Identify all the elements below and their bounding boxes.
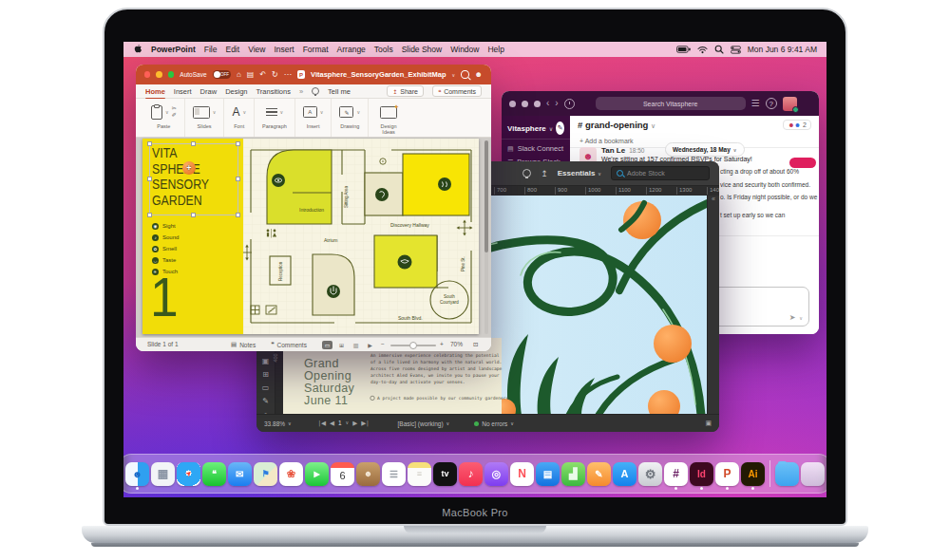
zoom-percent[interactable]: 70% — [450, 341, 463, 347]
room-sight[interactable] — [267, 150, 332, 224]
ribbon-group-drawing[interactable]: ✎∨ Drawing — [332, 99, 369, 137]
adobe-stock-search[interactable]: Adobe Stock — [611, 166, 710, 180]
discover-icon[interactable] — [522, 169, 531, 177]
autosave-toggle[interactable]: OFF — [213, 70, 231, 79]
slideshow-button[interactable]: ▶ — [365, 341, 375, 349]
dock-pages[interactable]: ✎ — [587, 462, 611, 486]
tab-home[interactable]: Home — [145, 87, 165, 96]
forward-icon[interactable]: › — [555, 99, 558, 108]
dock-tv[interactable]: tv — [433, 462, 457, 486]
orange-shape-with-move-cursor[interactable]: + — [182, 161, 196, 175]
tab-insert[interactable]: Insert — [174, 87, 192, 96]
zoom-slider-thumb[interactable] — [409, 342, 417, 349]
sidebar-item-slack-connect[interactable]: ▤Slack Connect — [502, 140, 570, 153]
send-options-icon[interactable]: ∨ — [799, 315, 803, 321]
dock-notes[interactable]: ≡ — [408, 462, 431, 486]
share-avatar-icon[interactable]: ☻ — [475, 71, 483, 79]
menu-arrange[interactable]: Arrange — [337, 45, 366, 54]
dock-trash[interactable] — [801, 462, 825, 486]
cut-icon[interactable]: ✂ — [172, 105, 177, 112]
tab-draw[interactable]: Draw — [200, 87, 218, 96]
undo-icon[interactable]: ↶ — [259, 71, 266, 79]
tab-transitions[interactable]: Transitions — [256, 87, 290, 96]
dock-contacts[interactable]: ☻ — [356, 462, 380, 486]
zoom-button[interactable] — [168, 71, 174, 78]
menu-view[interactable]: View — [248, 45, 265, 54]
dock-maps[interactable]: ⚑ — [254, 462, 277, 486]
notification-pill[interactable] — [789, 158, 816, 168]
slide-title-text[interactable]: VITA SPHERE SENSORY GARDEN — [152, 145, 209, 208]
dock-indesign[interactable]: Id — [690, 462, 713, 486]
dock-launchpad[interactable]: ▦ — [151, 462, 175, 486]
slide-sorter-button[interactable]: ⊞ — [336, 341, 347, 349]
send-icon[interactable]: ➤ — [789, 313, 796, 322]
dock-downloads-folder[interactable] — [775, 462, 799, 486]
channel-name[interactable]: # grand-opening ∨ — [578, 120, 656, 130]
normal-view-button[interactable]: ▭ — [322, 341, 332, 349]
menu-edit[interactable]: Edit — [225, 45, 239, 54]
workspace-switcher[interactable]: Essentials∨ — [558, 169, 601, 177]
ribbon-group-design-ideas[interactable]: Design Ideas — [369, 99, 408, 137]
date-divider-pill[interactable]: Wednesday, 18 May∨ — [665, 142, 745, 157]
share-button[interactable]: ↥Share — [387, 85, 424, 97]
zoom-out-button[interactable]: − — [381, 341, 385, 347]
menu-clock[interactable]: Mon Jun 6 9:41 AM — [748, 45, 817, 54]
dock-slack[interactable]: # — [664, 462, 688, 486]
user-avatar[interactable] — [783, 97, 797, 111]
dock-safari[interactable]: ➤ — [177, 462, 200, 486]
dock-photos[interactable]: ❀ — [279, 462, 303, 486]
compose-icon[interactable]: ✎ — [556, 121, 564, 135]
dock-illustrator[interactable]: Ai — [741, 462, 765, 486]
zoom-slider[interactable] — [390, 345, 436, 346]
tell-me[interactable]: Tell me — [328, 87, 351, 96]
comments-button[interactable]: ❝Comments — [271, 341, 307, 348]
menu-app-name[interactable]: PowerPoint — [151, 45, 196, 54]
workspace-name[interactable]: Vitasphere — [507, 124, 546, 133]
zoom-in-button[interactable]: + — [440, 341, 444, 347]
filter-icon[interactable]: ☰ — [751, 99, 760, 108]
dock-keynote[interactable]: ▤ — [536, 462, 560, 486]
menu-insert[interactable]: Insert — [274, 45, 294, 54]
save-icon[interactable]: ▤ — [247, 71, 255, 79]
redo-icon[interactable]: ↻ — [272, 71, 278, 79]
wifi-icon[interactable] — [697, 46, 708, 54]
document-title[interactable]: Vitasphere_SensoryGarden_ExhibitMap — [311, 70, 446, 79]
dock-settings[interactable]: ⚙ — [638, 462, 662, 486]
back-icon[interactable]: ‹ — [546, 99, 549, 108]
message-author[interactable]: Tan Le18:50 — [601, 146, 644, 155]
dock-podcasts[interactable]: ◎ — [484, 462, 508, 486]
minimize-button[interactable] — [522, 101, 528, 107]
artboard-toggle-icon[interactable]: ▣ — [705, 420, 712, 427]
slide-canvas[interactable]: VITA SPHERE SENSORY GARDEN + ◉Sight ♪Sou… — [142, 139, 479, 334]
format-painter-icon[interactable]: ✐ — [172, 112, 177, 119]
share-icon[interactable]: ↥ — [541, 169, 548, 178]
panel-dock[interactable]: « — [707, 196, 719, 415]
help-icon[interactable]: ? — [766, 98, 777, 109]
zoom-level[interactable]: 33.88%∨ — [264, 420, 292, 427]
dock-news[interactable]: N — [510, 462, 534, 486]
scrollbar-thumb[interactable] — [484, 140, 488, 252]
powerpoint-window[interactable]: AutoSave OFF ⌂ ▤ ↶ ↻ ⋯ P Vitasphere_Sens… — [136, 65, 491, 351]
dock-appstore[interactable]: A — [613, 462, 636, 486]
apple-menu-icon[interactable] — [133, 44, 142, 55]
add-bookmark-button[interactable]: + Add a bookmark — [580, 138, 634, 144]
tab-design[interactable]: Design — [225, 87, 247, 96]
menu-help[interactable]: Help — [487, 45, 504, 54]
dock-music[interactable]: ♪ — [459, 462, 483, 486]
dock-calendar[interactable]: 6 — [331, 462, 354, 486]
dock-facetime[interactable]: ▶ — [305, 462, 329, 486]
home-icon[interactable]: ⌂ — [237, 71, 241, 79]
more-icon[interactable]: ⋯ — [284, 71, 292, 79]
menu-file[interactable]: File — [204, 45, 218, 54]
close-button[interactable] — [509, 101, 516, 107]
search-icon[interactable] — [461, 70, 468, 79]
ribbon-group-slides[interactable]: ∨ Slides — [185, 99, 225, 137]
search-icon[interactable] — [714, 45, 724, 54]
document-profile[interactable]: [Basic] (working)∨ — [398, 420, 450, 427]
ribbon-group-paste[interactable]: ∨ ✂✐ Paste — [143, 99, 185, 137]
notes-button[interactable]: ▤Notes — [231, 341, 256, 348]
room-smell[interactable] — [403, 154, 469, 215]
dock-finder[interactable]: ☻ — [125, 462, 149, 486]
zoom-button[interactable] — [534, 101, 541, 107]
error-status[interactable]: No errors∨ — [474, 420, 514, 427]
